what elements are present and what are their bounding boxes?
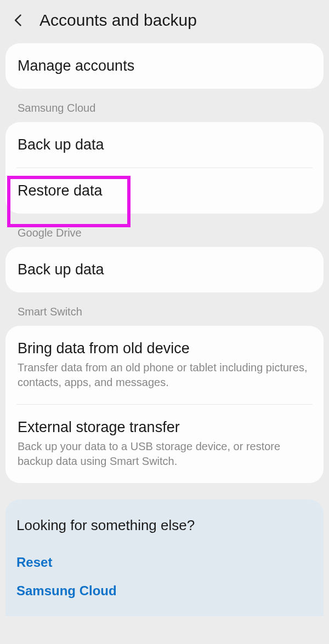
bring-data-label: Bring data from old device — [18, 340, 311, 357]
external-storage-item[interactable]: External storage transfer Back up your d… — [5, 405, 324, 483]
header-bar: Accounts and backup — [5, 0, 324, 43]
external-storage-label: External storage transfer — [18, 419, 311, 436]
section-header-smart-switch: Smart Switch — [5, 292, 324, 326]
manage-accounts-item[interactable]: Manage accounts — [5, 43, 324, 89]
backup-data-samsung-label: Back up data — [18, 136, 311, 153]
samsung-cloud-card: Back up data Restore data — [5, 122, 324, 214]
bring-data-subtitle: Transfer data from an old phone or table… — [18, 360, 311, 390]
backup-data-google-label: Back up data — [18, 261, 311, 278]
restore-data-label: Restore data — [18, 182, 311, 199]
backup-data-samsung-item[interactable]: Back up data — [5, 122, 324, 168]
section-header-samsung-cloud: Samsung Cloud — [5, 89, 324, 122]
section-header-google-drive: Google Drive — [5, 214, 324, 247]
bring-data-item[interactable]: Bring data from old device Transfer data… — [5, 326, 324, 404]
footer-link-samsung-cloud[interactable]: Samsung Cloud — [16, 577, 313, 605]
backup-data-google-item[interactable]: Back up data — [5, 247, 324, 292]
external-storage-subtitle: Back up your data to a USB storage devic… — [18, 439, 311, 469]
footer-card: Looking for something else? Reset Samsun… — [5, 499, 324, 616]
manage-accounts-label: Manage accounts — [18, 58, 311, 74]
smart-switch-card: Bring data from old device Transfer data… — [5, 326, 324, 483]
restore-data-item[interactable]: Restore data — [5, 168, 324, 214]
page-title: Accounts and backup — [39, 11, 197, 30]
footer-title: Looking for something else? — [16, 517, 313, 534]
footer-link-reset[interactable]: Reset — [16, 548, 313, 577]
google-drive-card: Back up data — [5, 247, 324, 292]
manage-accounts-card: Manage accounts — [5, 43, 324, 89]
back-icon[interactable] — [11, 13, 26, 28]
